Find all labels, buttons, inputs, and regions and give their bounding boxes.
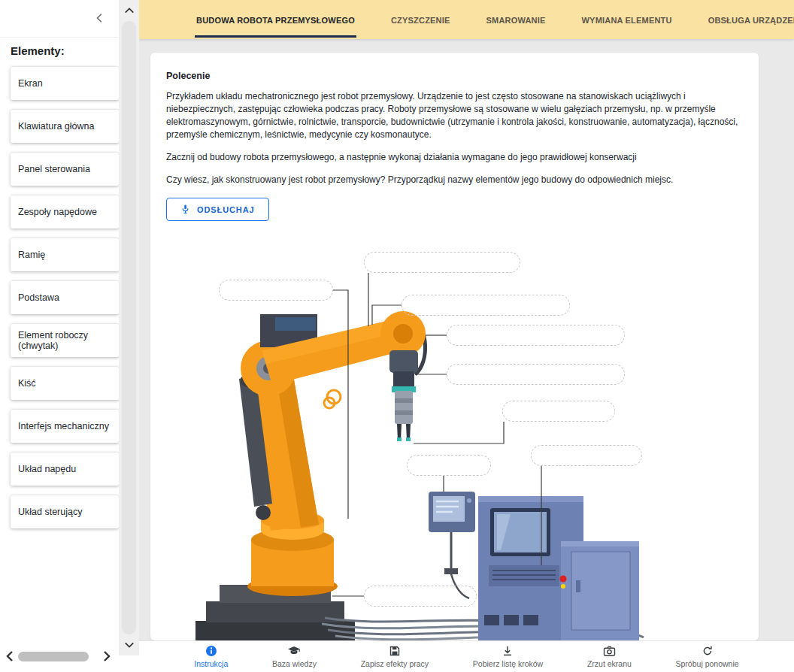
footer-toolbar: Instrukcja Baza wiedzy Zapisz efekty pra…: [139, 640, 794, 672]
drop-zone-5[interactable]: [447, 364, 625, 385]
instruction-paragraph-3: Czy wiesz, jak skonstruowany jest robot …: [166, 174, 743, 186]
scroll-left-button[interactable]: [2, 648, 18, 664]
footer-pobierz-liste-button[interactable]: Pobierz listę kroków: [473, 645, 543, 668]
chevron-left-icon: [5, 650, 14, 662]
tab-obsluga-urzadzenia[interactable]: OBSŁUGA URZĄDZENIA: [707, 2, 794, 38]
graduation-cap-icon: [287, 645, 301, 657]
content-area: Polecenie Przykładem układu mechatronicz…: [139, 39, 794, 640]
drop-zone-4[interactable]: [447, 325, 625, 346]
footer-item-label: Spróbuj ponownie: [676, 659, 739, 668]
instruction-heading: Polecenie: [166, 71, 743, 81]
tab-budowa-robota-przemyslowego[interactable]: BUDOWA ROBOTA PRZEMYSŁOWEGO: [195, 2, 356, 38]
camera-icon: [603, 646, 616, 657]
footer-instrukcja-button[interactable]: Instrukcja: [194, 645, 228, 668]
tab-smarowanie[interactable]: SMAROWANIE: [485, 2, 547, 38]
footer-item-label: Instrukcja: [194, 659, 228, 668]
tab-czyszczenie[interactable]: CZYSZCZENIE: [389, 2, 452, 38]
instruction-panel: Polecenie Przykładem układu mechatronicz…: [150, 53, 759, 640]
module-tabs: BUDOWA ROBOTA PRZEMYSŁOWEGO CZYSZCZENIE …: [139, 0, 794, 39]
drop-zone-6[interactable]: [502, 401, 615, 422]
elements-sidebar: Elementy: Ekran Klawiatura główna Panel …: [0, 0, 119, 640]
element-card-zespoly-napedowe[interactable]: Zespoły napędowe: [11, 195, 119, 229]
vertical-scrollbar[interactable]: [119, 0, 139, 655]
save-icon: [389, 645, 401, 657]
horizontal-scrollbar-thumb[interactable]: [18, 652, 89, 661]
app: Elementy: Ekran Klawiatura główna Panel …: [0, 0, 794, 672]
element-card-kisc[interactable]: Kiść: [11, 367, 119, 400]
footer-item-label: Pobierz listę kroków: [473, 659, 543, 668]
collapse-sidebar-button[interactable]: [92, 10, 108, 26]
tab-wymiana-elementu[interactable]: WYMIANA ELEMENTU: [580, 2, 674, 38]
element-card-podstawa[interactable]: Podstawa: [11, 281, 119, 314]
refresh-icon: [702, 645, 714, 657]
scroll-up-button[interactable]: [119, 2, 139, 20]
element-card-ekran[interactable]: Ekran: [11, 67, 119, 100]
instruction-paragraph-1: Przykładem układu mechatronicznego jest …: [166, 90, 743, 141]
elements-heading: Elementy:: [11, 44, 119, 57]
footer-zapisz-efekty-button[interactable]: Zapisz efekty pracy: [361, 645, 429, 668]
chevron-down-icon: [124, 641, 135, 649]
footer-baza-wiedzy-button[interactable]: Baza wiedzy: [272, 645, 317, 668]
footer-item-label: Baza wiedzy: [272, 659, 317, 668]
drop-zone-7[interactable]: [531, 445, 642, 466]
element-card-ramie[interactable]: Ramię: [11, 238, 119, 271]
footer-sprobuj-ponownie-button[interactable]: Spróbuj ponownie: [676, 645, 739, 668]
listen-button-label: ODSŁUCHAJ: [197, 205, 255, 214]
drop-zone-3[interactable]: [402, 295, 570, 316]
drop-zone-2[interactable]: [219, 280, 333, 301]
vertical-scrollbar-thumb[interactable]: [122, 21, 136, 634]
info-icon: [205, 645, 217, 657]
drop-zone-8[interactable]: [407, 455, 491, 476]
element-list: Ekran Klawiatura główna Panel sterowania…: [0, 67, 119, 528]
drop-zone-9[interactable]: [364, 586, 477, 607]
main-area: BUDOWA ROBOTA PRZEMYSŁOWEGO CZYSZCZENIE …: [139, 0, 794, 672]
instruction-paragraph-2: Zacznij od budowy robota przemysłowego, …: [166, 151, 743, 164]
sidebar-header: [0, 0, 119, 38]
element-card-uklad-sterujacy[interactable]: Układ sterujący: [11, 495, 119, 528]
listen-button[interactable]: ODSŁUCHAJ: [166, 198, 269, 221]
element-card-panel-sterowania[interactable]: Panel sterowania: [11, 153, 119, 186]
chevron-left-icon: [95, 13, 105, 23]
chevron-right-icon: [102, 650, 111, 662]
footer-zrzut-ekranu-button[interactable]: Zrzut ekranu: [587, 646, 632, 668]
chevron-up-icon: [124, 7, 135, 14]
footer-item-label: Zrzut ekranu: [587, 659, 632, 668]
element-card-klawiatura[interactable]: Klawiatura główna: [11, 110, 119, 143]
element-card-element-roboczy[interactable]: Element roboczy (chwytak): [11, 324, 119, 357]
element-card-interfejs-mechaniczny[interactable]: Interfejs mechaniczny: [11, 410, 119, 443]
instruction-content: Polecenie Przykładem układu mechatronicz…: [150, 53, 759, 221]
microphone-icon: [180, 204, 190, 215]
scroll-down-button[interactable]: [119, 636, 139, 654]
footer-item-label: Zapisz efekty pracy: [361, 659, 429, 668]
drop-zone-1[interactable]: [364, 252, 520, 273]
download-icon: [502, 645, 514, 657]
scroll-right-button[interactable]: [98, 648, 115, 664]
element-card-uklad-napedu[interactable]: Układ napędu: [11, 453, 119, 486]
